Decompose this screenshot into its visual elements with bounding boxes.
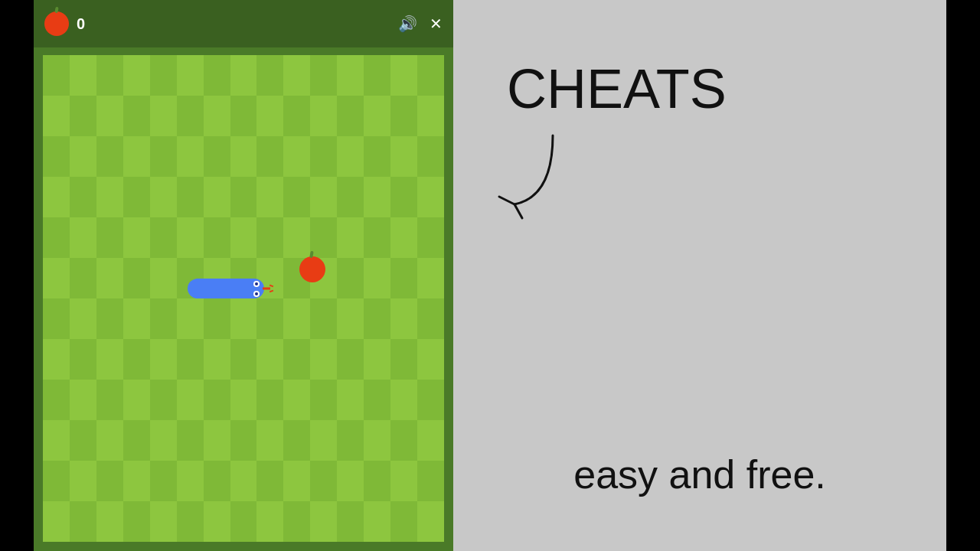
checker-cell — [230, 177, 257, 217]
apple-score-icon — [44, 11, 69, 36]
checker-cell — [70, 380, 96, 420]
checker-cell — [150, 420, 177, 461]
checker-cell — [150, 461, 177, 501]
checker-cell — [337, 177, 364, 217]
checker-cell — [123, 461, 150, 501]
checker-cell — [177, 380, 204, 420]
checker-cell — [230, 217, 257, 258]
checker-cell — [96, 258, 123, 298]
checker-cell — [96, 55, 123, 96]
checker-cell — [337, 217, 364, 258]
checker-cell — [283, 217, 310, 258]
checker-cell — [177, 136, 204, 177]
checker-cell — [337, 258, 364, 298]
checker-cell — [256, 136, 283, 177]
checker-cell — [204, 136, 230, 177]
checker-cell — [256, 339, 283, 380]
black-bar-right — [946, 0, 980, 551]
checker-cell — [310, 177, 337, 217]
checker-cell — [123, 380, 150, 420]
cheats-label: CHEATS — [507, 61, 916, 116]
checker-cell — [256, 501, 283, 542]
checker-cell — [310, 55, 337, 96]
checker-cell — [70, 136, 96, 177]
checker-cell — [230, 136, 257, 177]
checker-cell — [256, 217, 283, 258]
checker-cell — [96, 298, 123, 339]
checker-cell — [204, 217, 230, 258]
checker-cell — [417, 217, 444, 258]
checker-cell — [43, 380, 70, 420]
game-area[interactable] — [43, 55, 444, 542]
checker-cell — [43, 420, 70, 461]
checker-cell — [204, 339, 230, 380]
checker-cell — [123, 298, 150, 339]
checker-cell — [96, 461, 123, 501]
checker-cell — [43, 298, 70, 339]
snake-eye-top — [253, 281, 260, 287]
game-titlebar: 0 🔊 ✕ — [34, 0, 453, 47]
close-icon[interactable]: ✕ — [430, 15, 443, 33]
checker-cell — [177, 177, 204, 217]
checker-cell — [310, 461, 337, 501]
checker-cell — [177, 420, 204, 461]
checker-cell — [150, 501, 177, 542]
checker-cell — [256, 298, 283, 339]
checker-cell — [96, 96, 123, 136]
checker-cell — [177, 461, 204, 501]
easy-free-label: easy and free. — [573, 452, 826, 497]
checker-cell — [310, 96, 337, 136]
checker-cell — [390, 96, 417, 136]
checker-cell — [283, 298, 310, 339]
checker-cell — [43, 55, 70, 96]
checker-cell — [204, 298, 230, 339]
game-apple — [299, 256, 325, 282]
checker-cell — [230, 420, 257, 461]
checker-cell — [337, 55, 364, 96]
checker-cell — [256, 55, 283, 96]
checker-cell — [364, 96, 390, 136]
checker-cell — [283, 420, 310, 461]
checker-cell — [310, 420, 337, 461]
checker-cell — [204, 55, 230, 96]
checker-cell — [43, 339, 70, 380]
snake-tongue — [263, 288, 270, 290]
checker-cell — [417, 461, 444, 501]
checker-cell — [390, 420, 417, 461]
checker-cell — [364, 420, 390, 461]
sound-icon[interactable]: 🔊 — [398, 15, 417, 33]
checker-cell — [364, 461, 390, 501]
checker-cell — [390, 298, 417, 339]
checker-cell — [96, 339, 123, 380]
checker-cell — [283, 339, 310, 380]
snake-eyes — [253, 281, 260, 297]
snake-eye-bottom — [253, 291, 260, 297]
checker-cell — [310, 380, 337, 420]
checker-cell — [204, 177, 230, 217]
checker-cell — [150, 136, 177, 177]
checker-cell — [283, 380, 310, 420]
checker-cell — [177, 298, 204, 339]
checker-cell — [364, 55, 390, 96]
checker-cell — [96, 420, 123, 461]
checker-cell — [70, 217, 96, 258]
checker-cell — [390, 217, 417, 258]
checker-cell — [123, 258, 150, 298]
checker-cell — [150, 177, 177, 217]
checker-cell — [96, 501, 123, 542]
checker-cell — [43, 258, 70, 298]
checker-cell — [177, 55, 204, 96]
checker-cell — [70, 420, 96, 461]
checker-cell — [417, 380, 444, 420]
checker-cell — [337, 136, 364, 177]
checker-cell — [337, 501, 364, 542]
checker-cell — [390, 177, 417, 217]
checker-cell — [283, 177, 310, 217]
checker-cell — [150, 380, 177, 420]
checker-cell — [70, 339, 96, 380]
checker-cell — [230, 55, 257, 96]
checker-cell — [390, 55, 417, 96]
checker-cell — [43, 501, 70, 542]
checker-cell — [204, 461, 230, 501]
checker-cell — [417, 136, 444, 177]
